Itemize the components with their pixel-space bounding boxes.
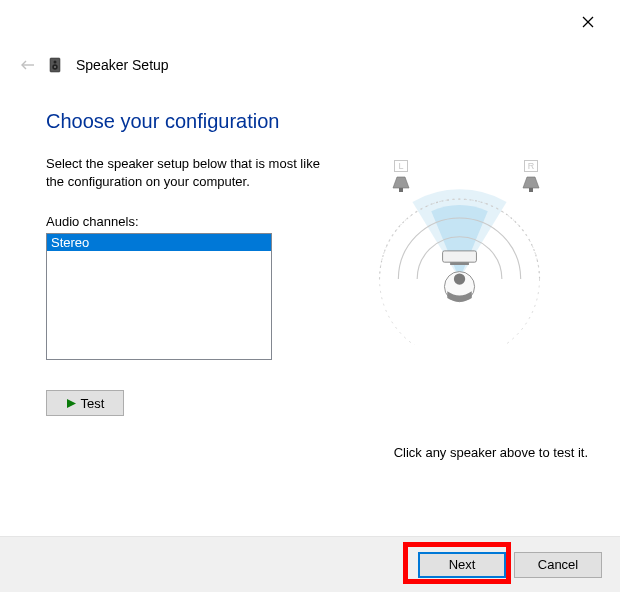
next-button-label: Next xyxy=(449,557,476,572)
arrow-left-icon xyxy=(20,57,36,73)
svg-marker-7 xyxy=(67,399,76,408)
svg-rect-11 xyxy=(443,251,477,262)
play-icon xyxy=(66,398,77,409)
content-area: Choose your configuration Select the spe… xyxy=(46,110,600,416)
right-speaker-label: R xyxy=(524,160,539,172)
test-button[interactable]: Test xyxy=(46,390,124,416)
cancel-button[interactable]: Cancel xyxy=(514,552,602,578)
svg-point-4 xyxy=(54,61,57,64)
svg-point-6 xyxy=(54,66,56,68)
instruction-text: Select the speaker setup below that is m… xyxy=(46,155,346,190)
speaker-diagram: L R xyxy=(356,155,576,355)
footer-button-bar: Next Cancel xyxy=(0,536,620,592)
audio-channels-listbox[interactable]: Stereo xyxy=(46,233,272,360)
close-button[interactable] xyxy=(576,10,600,34)
diagram-hint: Click any speaker above to test it. xyxy=(394,445,588,460)
dialog-window: Speaker Setup Choose your configuration … xyxy=(0,0,620,592)
page-heading: Choose your configuration xyxy=(46,110,600,133)
list-item[interactable]: Stereo xyxy=(47,234,271,251)
sound-arc-diagram xyxy=(356,185,563,345)
test-button-label: Test xyxy=(81,396,105,411)
speaker-setup-icon xyxy=(46,55,66,75)
close-icon xyxy=(582,16,594,28)
next-button[interactable]: Next xyxy=(418,552,506,578)
back-button xyxy=(18,55,38,75)
cancel-button-label: Cancel xyxy=(538,557,578,572)
svg-rect-12 xyxy=(450,262,469,265)
svg-point-14 xyxy=(454,273,465,284)
channels-label: Audio channels: xyxy=(46,214,346,229)
header: Speaker Setup xyxy=(18,50,602,80)
left-speaker-label: L xyxy=(394,160,407,172)
dialog-title: Speaker Setup xyxy=(76,57,169,73)
